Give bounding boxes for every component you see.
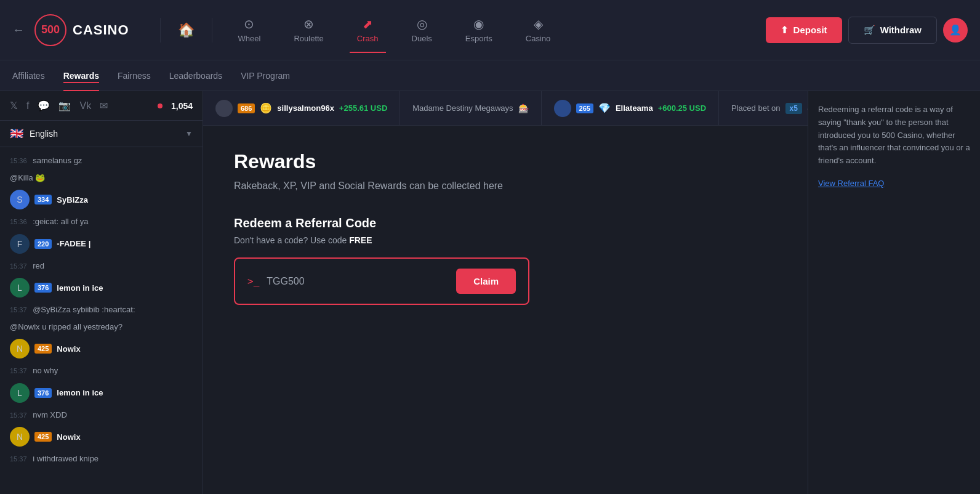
subnav-affiliates[interactable]: Affiliates bbox=[12, 68, 45, 83]
chat-timestamp: 15:37 bbox=[10, 306, 27, 314]
logo: 500 CASINO bbox=[34, 14, 129, 46]
chat-user-row: N 425 Nowix bbox=[0, 423, 203, 450]
nav-game-esports-label: Esports bbox=[465, 34, 492, 43]
nav-game-casino-label: Casino bbox=[526, 34, 550, 43]
chat-timestamp: 15:37 bbox=[10, 455, 27, 463]
withdraw-button[interactable]: 🛒 Withdraw bbox=[848, 17, 937, 44]
casino-icon: ◈ bbox=[534, 17, 543, 31]
chat-avatar: S bbox=[10, 190, 30, 209]
nav-game-crash[interactable]: ⬈ Crash bbox=[350, 12, 386, 48]
ticker-placed-bet: Placed bet on bbox=[731, 103, 781, 113]
chat-username: Nowix bbox=[57, 432, 80, 442]
cart-icon: 🛒 bbox=[864, 25, 875, 36]
user-avatar[interactable]: 👤 bbox=[943, 18, 968, 43]
nav-game-roulette[interactable]: ⊗ Roulette bbox=[286, 12, 331, 48]
referral-code-input[interactable] bbox=[267, 276, 449, 287]
free-code-label: FREE bbox=[349, 235, 372, 245]
chat-timestamp: 15:37 bbox=[10, 262, 27, 270]
nav-game-duels[interactable]: ◎ Duels bbox=[404, 12, 440, 48]
logo-number: 500 bbox=[41, 23, 60, 36]
ticker-bar: 686 🪙 sillysalmon96x +255.61 USD Madame … bbox=[203, 91, 808, 126]
chat-timestamp: 15:37 bbox=[10, 367, 27, 375]
subnav-rewards[interactable]: Rewards bbox=[63, 68, 99, 83]
roulette-icon: ⊗ bbox=[303, 17, 314, 31]
nav-game-esports[interactable]: ◉ Esports bbox=[458, 12, 500, 48]
chat-timestamp: 15:36 bbox=[10, 157, 27, 164]
chat-username: -FADEE | bbox=[57, 239, 90, 248]
right-panel: Redeeming a referral code is a way of sa… bbox=[808, 91, 980, 494]
deposit-button[interactable]: ⬆ Deposit bbox=[766, 17, 842, 43]
ticker-item: 686 🪙 sillysalmon96x +255.61 USD bbox=[203, 91, 400, 125]
crash-icon: ⬈ bbox=[363, 17, 373, 31]
subnav-fairness[interactable]: Fairness bbox=[118, 68, 151, 83]
deposit-icon: ⬆ bbox=[781, 25, 789, 36]
chat-username: SyBiZza bbox=[57, 195, 88, 204]
chat-user-row: L 376 lemon in ice bbox=[0, 274, 203, 301]
chat-text: red bbox=[33, 261, 44, 270]
chat-text: @Killa 🐸 bbox=[10, 173, 45, 182]
nav-game-duels-label: Duels bbox=[412, 34, 432, 43]
ticker-item: 265 💎 Ellateama +600.25 USD bbox=[542, 91, 719, 125]
chat-user-row: F 220 -FADEE | bbox=[0, 230, 203, 257]
gem-icon: 💎 bbox=[598, 102, 611, 114]
sub-navigation: Affiliates Rewards Fairness Leaderboards… bbox=[0, 60, 980, 91]
chat-level-badge: 376 bbox=[34, 388, 52, 398]
chat-text: i withdrawed knipe bbox=[33, 454, 98, 463]
email-icon[interactable]: ✉ bbox=[100, 100, 108, 111]
chat-text: @SyBiZza sybiibib :heartcat: bbox=[33, 305, 135, 314]
discord-icon[interactable]: 💬 bbox=[38, 100, 50, 111]
referral-section-title: Redeem a Referral Code bbox=[234, 216, 777, 230]
chat-level-badge: 425 bbox=[34, 432, 52, 442]
language-selector[interactable]: 🇬🇧 English ▼ bbox=[0, 121, 203, 147]
chat-level-badge: 220 bbox=[34, 239, 52, 249]
facebook-icon[interactable]: f bbox=[26, 100, 29, 111]
vk-icon[interactable]: Vk bbox=[79, 100, 91, 111]
chat-text: @Nowix u ripped all yestreday? bbox=[10, 322, 122, 331]
nav-game-crash-label: Crash bbox=[357, 34, 379, 43]
nav-game-wheel[interactable]: ⊙ Wheel bbox=[231, 12, 268, 48]
deposit-label: Deposit bbox=[793, 25, 827, 35]
ticker-game-item: Madame Destiny Megaways 🎰 bbox=[400, 91, 541, 125]
chat-text: :geicat: all of ya bbox=[33, 217, 88, 226]
subnav-vip[interactable]: VIP Program bbox=[241, 68, 290, 83]
twitter-icon[interactable]: 𝕏 bbox=[10, 100, 18, 111]
chat-message: 15:37 i withdrawed knipe bbox=[0, 450, 203, 468]
chat-message: 15:37 red bbox=[0, 257, 203, 275]
nav-game-casino[interactable]: ◈ Casino bbox=[518, 12, 558, 48]
chat-messages: 15:36 samelanus gz @Killa 🐸 S 334 SyBiZz… bbox=[0, 147, 203, 494]
ticker-level-badge: 265 bbox=[576, 103, 593, 113]
home-button[interactable]: 🏠 bbox=[173, 17, 199, 43]
wheel-icon: ⊙ bbox=[244, 17, 254, 31]
claim-button[interactable]: Claim bbox=[456, 269, 516, 294]
chat-avatar: L bbox=[10, 278, 30, 298]
chat-avatar: N bbox=[10, 339, 30, 358]
rewards-subtitle: Rakeback, XP, VIP and Social Rewards can… bbox=[234, 180, 777, 192]
referral-faq-link[interactable]: View Referral FAQ bbox=[818, 179, 884, 188]
sidebar: 𝕏 f 💬 📷 Vk ✉ 1,054 🇬🇧 English ▼ 15:36 sa… bbox=[0, 91, 203, 494]
withdraw-label: Withdraw bbox=[880, 25, 922, 35]
right-panel-description: Redeeming a referral code is a way of sa… bbox=[818, 103, 970, 168]
social-icons-bar: 𝕏 f 💬 📷 Vk ✉ 1,054 bbox=[0, 91, 203, 121]
referral-input-box: >_ Claim bbox=[234, 257, 529, 305]
chat-text: no why bbox=[33, 366, 58, 375]
online-indicator bbox=[158, 103, 163, 108]
subnav-leaderboards[interactable]: Leaderboards bbox=[169, 68, 222, 83]
ticker-username: Ellateama bbox=[616, 103, 653, 113]
referral-section-desc: Don't have a code? Use code FREE bbox=[234, 235, 777, 245]
chat-level-badge: 334 bbox=[34, 195, 52, 204]
instagram-icon[interactable]: 📷 bbox=[58, 100, 71, 111]
ticker-username: sillysalmon96x bbox=[277, 103, 334, 113]
chat-username: lemon in ice bbox=[57, 388, 103, 397]
logo-circle: 500 bbox=[34, 14, 66, 46]
chat-user-row: S 334 SyBiZza bbox=[0, 186, 203, 213]
chat-text: nvm XDD bbox=[33, 410, 67, 419]
chat-text: samelanus gz bbox=[33, 156, 82, 165]
ticker-game-name: Madame Destiny Megaways bbox=[412, 103, 513, 113]
chat-timestamp: 15:36 bbox=[10, 218, 27, 225]
chat-user-row: L 376 lemon in ice bbox=[0, 379, 203, 407]
chat-message: 15:36 :geicat: all of ya bbox=[0, 213, 203, 230]
chat-avatar: F bbox=[10, 234, 30, 254]
back-button[interactable]: ← bbox=[12, 23, 25, 37]
chat-message: 15:36 samelanus gz bbox=[0, 152, 203, 169]
chat-message: 15:37 @SyBiZza sybiibib :heartcat: bbox=[0, 301, 203, 318]
